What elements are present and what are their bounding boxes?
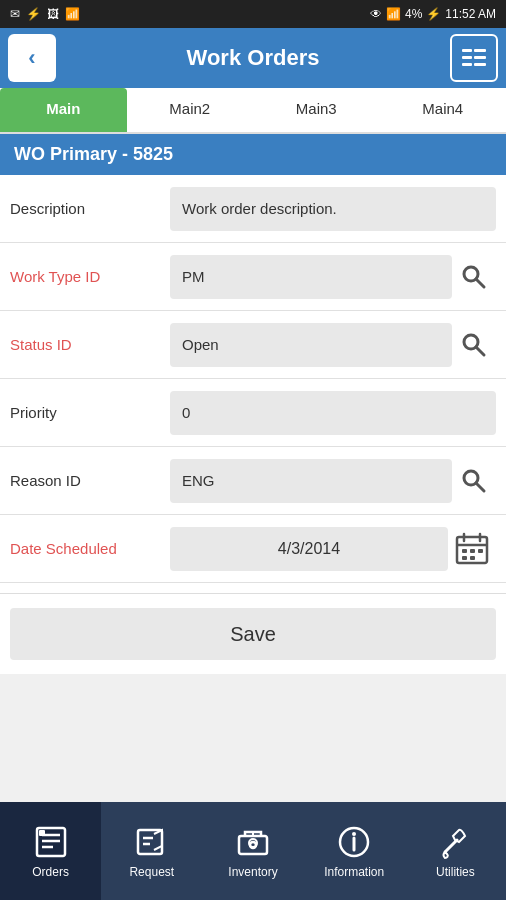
status-id-row: Status ID (0, 311, 506, 379)
work-order-form: Description Work Type ID Status ID (0, 175, 506, 593)
nav-inventory-label: Inventory (228, 865, 277, 879)
description-input[interactable] (170, 187, 496, 231)
email-icon: ✉ (10, 7, 20, 21)
priority-row: Priority (0, 379, 506, 447)
reason-id-input-wrap (170, 459, 496, 503)
list-icon (460, 44, 488, 72)
nav-item-utilities[interactable]: Utilities (405, 802, 506, 900)
status-bar: ✉ ⚡ 🖼 📶 👁 📶 4% ⚡ 11:52 AM (0, 0, 506, 28)
nav-orders-label: Orders (32, 865, 69, 879)
reason-id-input[interactable] (170, 459, 452, 503)
svg-rect-26 (138, 830, 162, 854)
reason-id-search-button[interactable] (452, 459, 496, 503)
calendar-icon (454, 531, 490, 567)
svg-rect-16 (462, 549, 467, 553)
header-title: Work Orders (56, 45, 450, 71)
svg-rect-2 (462, 56, 472, 59)
orders-icon (33, 824, 69, 860)
nav-item-orders[interactable]: Orders (0, 802, 101, 900)
tab-main3[interactable]: Main3 (253, 88, 380, 132)
time: 11:52 AM (445, 7, 496, 21)
date-scheduled-input-wrap (170, 527, 496, 571)
description-label: Description (10, 200, 170, 217)
tab-bar: Main Main2 Main3 Main4 (0, 88, 506, 134)
svg-line-7 (476, 279, 484, 287)
description-input-wrap (170, 187, 496, 231)
back-button[interactable]: ‹ (8, 34, 56, 82)
wo-primary-bar: WO Primary - 5825 (0, 134, 506, 175)
svg-rect-4 (462, 63, 472, 66)
svg-rect-25 (39, 830, 45, 836)
status-id-input-wrap (170, 323, 496, 367)
utilities-icon (437, 824, 473, 860)
svg-rect-17 (470, 549, 475, 553)
save-section: Save (0, 593, 506, 674)
signal-icon: 📶 (386, 7, 401, 21)
date-scheduled-label: Date Scheduled (10, 540, 170, 557)
search-icon (461, 332, 487, 358)
status-id-label: Status ID (10, 336, 170, 353)
svg-rect-1 (474, 49, 486, 52)
nav-item-inventory[interactable]: Inventory (202, 802, 303, 900)
calendar-button[interactable] (448, 527, 496, 571)
svg-line-11 (476, 483, 484, 491)
svg-rect-0 (462, 49, 472, 52)
nav-request-label: Request (129, 865, 174, 879)
status-id-input[interactable] (170, 323, 452, 367)
image-icon: 🖼 (47, 7, 59, 21)
svg-rect-18 (478, 549, 483, 553)
usb-icon: ⚡ (26, 7, 41, 21)
work-type-id-input[interactable] (170, 255, 452, 299)
svg-rect-5 (474, 63, 486, 66)
nav-utilities-label: Utilities (436, 865, 475, 879)
description-row: Description (0, 175, 506, 243)
inventory-icon (235, 824, 271, 860)
request-icon (134, 824, 170, 860)
search-icon (461, 468, 487, 494)
bolt-icon: ⚡ (426, 7, 441, 21)
eye-icon: 👁 (370, 7, 382, 21)
save-button[interactable]: Save (10, 608, 496, 660)
reason-id-row: Reason ID (0, 447, 506, 515)
battery-pct: 4% (405, 7, 422, 21)
status-bar-right: 👁 📶 4% ⚡ 11:52 AM (370, 7, 496, 21)
nav-information-label: Information (324, 865, 384, 879)
tab-main4[interactable]: Main4 (380, 88, 507, 132)
work-type-id-input-wrap (170, 255, 496, 299)
svg-rect-19 (462, 556, 467, 560)
status-id-search-button[interactable] (452, 323, 496, 367)
work-type-id-row: Work Type ID (0, 243, 506, 311)
app-header: ‹ Work Orders (0, 28, 506, 88)
svg-line-9 (476, 347, 484, 355)
menu-button[interactable] (450, 34, 498, 82)
reason-id-label: Reason ID (10, 472, 170, 489)
date-scheduled-row: Date Scheduled (0, 515, 506, 583)
work-type-id-label: Work Type ID (10, 268, 170, 285)
back-icon: ‹ (28, 45, 35, 71)
work-type-id-search-button[interactable] (452, 255, 496, 299)
tab-main[interactable]: Main (0, 88, 127, 132)
priority-input-wrap (170, 391, 496, 435)
svg-rect-20 (470, 556, 475, 560)
priority-input[interactable] (170, 391, 496, 435)
wo-primary-title: WO Primary - 5825 (14, 144, 173, 164)
wifi-icon: 📶 (65, 7, 80, 21)
nav-item-information[interactable]: Information (304, 802, 405, 900)
bottom-navigation: Orders Request Inventory Information (0, 802, 506, 900)
svg-rect-3 (474, 56, 486, 59)
search-icon (461, 264, 487, 290)
status-bar-left: ✉ ⚡ 🖼 📶 (10, 7, 80, 21)
svg-point-35 (352, 832, 356, 836)
information-icon (336, 824, 372, 860)
priority-label: Priority (10, 404, 170, 421)
date-scheduled-input[interactable] (170, 527, 448, 571)
nav-item-request[interactable]: Request (101, 802, 202, 900)
tab-main2[interactable]: Main2 (127, 88, 254, 132)
